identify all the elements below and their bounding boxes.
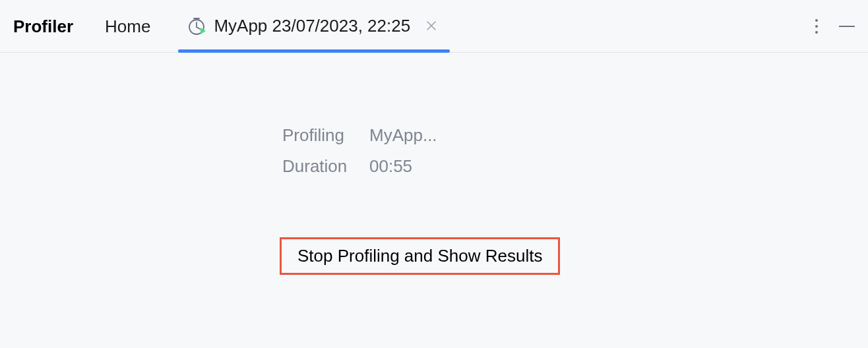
more-options-icon[interactable] (813, 16, 821, 36)
header-actions (813, 16, 855, 36)
tab-home[interactable]: Home (105, 15, 150, 37)
minimize-icon[interactable] (839, 26, 855, 27)
profiling-label: Profiling (282, 125, 369, 146)
profiling-row: Profiling MyApp... (282, 125, 437, 146)
duration-row: Duration 00:55 (282, 156, 412, 177)
stop-profiling-button[interactable]: Stop Profiling and Show Results (280, 237, 560, 275)
main-content: Profiling MyApp... Duration 00:55 Stop P… (0, 53, 868, 275)
header-bar: Profiler Home MyApp 23/07/2023, 22:25 (0, 0, 868, 53)
profiling-value: MyApp... (369, 125, 437, 146)
duration-value: 00:55 (369, 156, 412, 177)
duration-label: Duration (282, 156, 369, 177)
profiler-clock-icon (187, 16, 207, 36)
close-tab-icon[interactable] (422, 16, 441, 36)
svg-line-2 (197, 27, 200, 29)
tab-label: MyApp 23/07/2023, 22:25 (214, 16, 410, 36)
tool-title: Profiler (13, 15, 73, 37)
tab-active-session[interactable]: MyApp 23/07/2023, 22:25 (182, 0, 446, 52)
